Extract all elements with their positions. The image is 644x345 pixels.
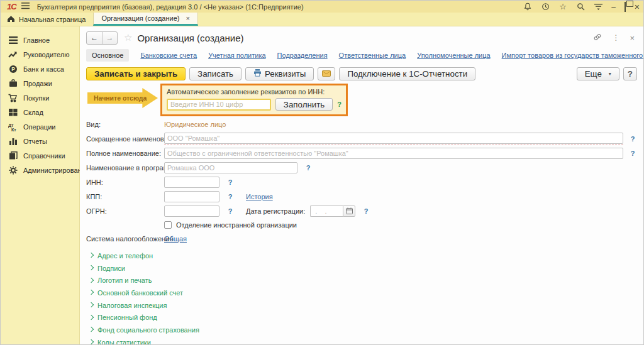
svg-text:Р: Р <box>11 66 15 72</box>
sidebar-item[interactable]: Р Банк и касса <box>1 62 79 76</box>
chevron-right-icon <box>86 314 96 320</box>
foreign-branch-checkbox[interactable] <box>164 221 172 229</box>
kpp-history-link[interactable]: История <box>246 193 273 200</box>
inn-autofill-input[interactable] <box>167 99 271 111</box>
main-menu-icon[interactable] <box>21 3 30 11</box>
form-nav-tab[interactable]: Основное <box>86 49 129 62</box>
form-nav-tab[interactable]: Подразделения <box>277 52 328 59</box>
toolbar-more-button[interactable]: Еще▾ <box>577 67 619 80</box>
sidebar-item[interactable]: Склад <box>1 105 79 119</box>
help-button[interactable]: ? <box>623 67 637 80</box>
sidebar-item[interactable]: Главное <box>1 33 79 47</box>
sidebar-item[interactable]: Покупки <box>1 90 79 105</box>
more-actions-icon[interactable]: ⋮ <box>612 33 619 42</box>
form-toolbar: Записать и закрыть Записать Реквизиты По… <box>86 65 637 82</box>
section-row[interactable]: Пенсионный фонд <box>86 311 637 324</box>
ogrn-label: ОГРН: <box>86 207 164 215</box>
close-form-icon[interactable]: × <box>630 33 635 43</box>
fill-button[interactable]: Заполнить <box>275 98 333 111</box>
get-link-icon[interactable] <box>593 33 602 43</box>
sidebar-item-label: Справочники <box>23 152 65 160</box>
inn-row: ИНН: ? <box>86 175 637 189</box>
inn-autofill-box: Автоматическое заполнение реквизитов по … <box>160 84 348 116</box>
form-nav-tab[interactable]: Ответственные лица <box>339 52 406 59</box>
section-label: Подписи <box>97 265 125 272</box>
app-name-help-icon[interactable]: ? <box>304 164 313 172</box>
tax-system-label: Система налогообложения: <box>86 235 164 243</box>
sidebar-item-label: Склад <box>23 109 43 116</box>
full-name-input[interactable] <box>164 148 623 159</box>
start-here-arrow: Начните отсюда <box>87 88 158 108</box>
kpp-label: КПП: <box>86 193 164 200</box>
sidebar-item-label: Операции <box>23 123 55 131</box>
search-icon[interactable] <box>576 3 585 11</box>
ogrn-help-icon[interactable]: ? <box>226 207 235 215</box>
short-name-input[interactable] <box>164 133 623 144</box>
forward-button[interactable]: → <box>102 32 117 44</box>
close-window-button[interactable]: × <box>635 3 640 11</box>
sidebar-item-label: Банк и касса <box>23 65 64 73</box>
favorites-star-icon[interactable]: ☆ <box>558 3 567 11</box>
restore-button[interactable] <box>625 3 626 11</box>
titlebar: 1С Бухгалтерия предприятия (базовая), ре… <box>1 1 643 13</box>
printer-icon <box>253 69 262 79</box>
minimize-button[interactable]: – <box>611 3 616 11</box>
tab-close-icon[interactable]: × <box>186 14 189 22</box>
form-title: Организация (создание) <box>137 33 243 43</box>
tax-system-link[interactable]: Общая <box>164 235 187 243</box>
chevron-right-icon <box>86 277 96 283</box>
section-row[interactable]: Налоговая инспекция <box>86 299 637 312</box>
section-label: Налоговая инспекция <box>97 302 167 309</box>
calendar-icon[interactable] <box>343 205 355 217</box>
save-and-close-button[interactable]: Записать и закрыть <box>86 67 186 80</box>
section-row[interactable]: Фонд социального страхования <box>86 324 637 336</box>
form-nav-tab[interactable]: Уполномоченные лица <box>417 52 490 59</box>
save-button[interactable]: Записать <box>189 67 242 80</box>
more-caret-icon: ▾ <box>609 71 611 77</box>
sidebar-item[interactable]: Отчеты <box>1 134 79 148</box>
section-row[interactable]: Адрес и телефон <box>86 249 637 262</box>
history-icon[interactable] <box>541 3 550 11</box>
short-name-label: Сокращенное наименован... <box>86 135 164 143</box>
inn-label: ИНН: <box>86 178 164 186</box>
service-menu-icon[interactable] <box>594 3 602 11</box>
form-nav-tab[interactable]: Учетная политика <box>208 52 265 59</box>
form-nav-tab[interactable]: Банковские счета <box>140 52 197 59</box>
sidebar-item[interactable]: Администрирование <box>1 163 79 177</box>
section-row[interactable]: Коды статистики <box>86 336 637 344</box>
requisites-button[interactable]: Реквизиты <box>245 67 314 80</box>
sidebar-item[interactable]: Справочники <box>1 148 79 163</box>
sidebar-item-label: Продажи <box>23 80 52 87</box>
back-button[interactable]: ← <box>87 32 102 44</box>
app-name-row: Наименование в программе: ? <box>86 160 637 175</box>
kpp-input[interactable] <box>164 191 219 202</box>
notifications-bell-icon[interactable] <box>523 3 532 11</box>
section-row[interactable]: Основной банковский счет <box>86 287 637 299</box>
reg-date-input[interactable] <box>310 205 343 217</box>
reg-date-help-icon[interactable]: ? <box>362 207 370 215</box>
foreign-branch-row: Отделение иностранной организации <box>86 218 637 231</box>
sidebar-item-label: Руководителю <box>23 51 69 58</box>
autofill-help-icon[interactable]: ? <box>337 101 341 108</box>
inn-help-icon[interactable]: ? <box>226 178 235 186</box>
envelope-icon <box>322 69 331 79</box>
section-row[interactable]: Логотип и печать <box>86 274 637 287</box>
sidebar-item[interactable]: ДтКт Операции <box>1 119 79 134</box>
tab-home[interactable]: Начальная страница <box>4 13 93 26</box>
tab-organization-create[interactable]: Организация (создание) × <box>93 13 197 26</box>
section-label: Фонд социального страхования <box>97 326 199 334</box>
inn-input[interactable] <box>164 177 219 188</box>
app-name-input[interactable] <box>164 162 297 173</box>
short-name-help-icon[interactable]: ? <box>628 135 637 143</box>
connect-1c-reporting-button[interactable]: Подключение к 1С-Отчетности <box>339 67 475 80</box>
ogrn-input[interactable] <box>164 205 219 217</box>
kpp-help-icon[interactable]: ? <box>226 193 235 200</box>
favorite-star-icon[interactable]: ☆ <box>124 32 132 43</box>
sidebar-item[interactable]: Продажи <box>1 76 79 90</box>
form-nav-tab[interactable]: Импорт товаров из государств таможенного… <box>502 52 643 59</box>
email-button[interactable] <box>318 67 335 80</box>
sidebar-item[interactable]: Руководителю <box>1 47 79 62</box>
ogrn-row: ОГРН: ? Дата регистрации: ? <box>86 204 637 218</box>
section-row[interactable]: Подписи <box>86 262 637 275</box>
full-name-help-icon[interactable]: ? <box>628 150 637 157</box>
